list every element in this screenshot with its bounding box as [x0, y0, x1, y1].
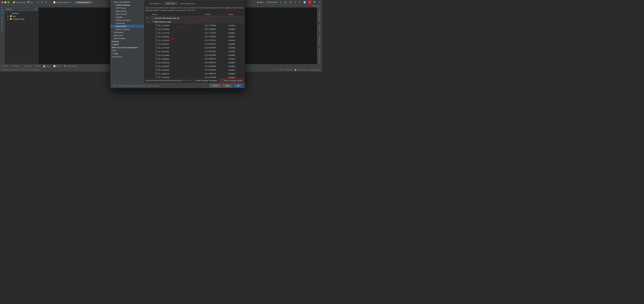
checkbox-icon[interactable] — [152, 17, 154, 19]
project-selector[interactable]: 📁 studyffmepg — [13, 1, 26, 3]
nav-item-build-execution[interactable]: Build, Execution, Deployment — [110, 46, 144, 49]
table-row[interactable]: 22.0.7026061 22.0.7026061 Installed — [145, 35, 244, 39]
logcat-btn[interactable]: 📋 Logcat — [43, 65, 51, 67]
run-btn[interactable]: ▶ — [280, 1, 283, 4]
table-row[interactable]: 21.1.6352462 21.1.6352462 Installed — [145, 50, 244, 53]
nav-item-system-settings[interactable]: ▼ System Settings — [110, 4, 144, 7]
checkbox-icon[interactable] — [156, 39, 158, 41]
tab-close-icon[interactable]: × — [90, 1, 91, 3]
app-node[interactable]: ▶ 📁 app — [5, 15, 38, 18]
nav-item-memory-settings[interactable]: Memory Settings — [110, 28, 144, 31]
table-row[interactable]: 23.1.7779620 23.1.7779620 Installed — [145, 24, 244, 27]
device-selector-btn[interactable]: No Devices ▾ — [266, 1, 279, 4]
build-btn[interactable]: 🔨 — [298, 1, 302, 4]
hide-obsolete-checkbox-container[interactable]: Hide Obsolete Packages — [194, 80, 217, 82]
problems-btn[interactable]: ⚠ Problems — [11, 65, 20, 67]
checkbox-icon[interactable] — [156, 73, 158, 75]
nav-item-codeglance[interactable]: CodeGlance — [110, 55, 144, 58]
nav-item-process-elevation[interactable]: Process Elevation — [110, 19, 144, 22]
table-row[interactable]: 16.1.4479499 16.1.4479499 Installed — [145, 76, 244, 78]
nav-item-date-formats[interactable]: Date Formats — [110, 13, 144, 16]
android-node[interactable]: ▼ 📱 Android ▾ — [5, 12, 38, 15]
nav-item-notifications[interactable]: Notifications — [110, 31, 144, 34]
app-inspection-btn[interactable]: 🔍 App Inspection — [64, 65, 77, 67]
minimize-button[interactable] — [4, 1, 6, 3]
checkbox-icon[interactable] — [156, 32, 158, 34]
emulator-tab[interactable]: Emulator — [318, 24, 321, 33]
sync-gradle-btn[interactable]: 🔄 — [302, 1, 307, 4]
resource-manager-tab[interactable]: Resource Manager — [0, 15, 4, 32]
debug-btn[interactable]: 🐛 — [284, 1, 288, 4]
indent-spaces[interactable]: 4 spaces — [286, 69, 292, 71]
sdk-table-container[interactable]: Name Version Status — [144, 13, 245, 78]
project-tab[interactable]: Project — [0, 8, 4, 15]
nav-item-data-sharing[interactable]: Data Sharing — [110, 10, 144, 13]
checkbox-icon[interactable] — [156, 35, 158, 38]
table-row[interactable]: ▼ NDK (Side by side) — [145, 20, 244, 24]
checkbox-icon[interactable] — [156, 43, 158, 45]
tab-close-icon[interactable]: × — [71, 1, 72, 3]
terminal-btn[interactable]: ⬛ Terminal — [22, 65, 31, 67]
checkbox-icon[interactable] — [156, 24, 158, 26]
nav-item-updates[interactable]: Updates — [110, 16, 144, 19]
show-package-details-checkbox-container[interactable]: Show Package Details — [220, 79, 244, 82]
checkbox-icon[interactable] — [156, 61, 158, 63]
table-row[interactable]: 20.0.5594570 20.0.5594570 Installed — [145, 61, 244, 64]
profiler-btn[interactable]: 📊 Profiler — [54, 65, 61, 67]
todo-btn[interactable]: ☑ TODO — [1, 65, 8, 67]
table-row[interactable]: 19.2.5345600 19.2.5345600 Installed — [145, 64, 244, 68]
checkbox-icon[interactable] — [156, 50, 158, 52]
table-row[interactable]: ▶ Android SDK Build-Tools 33 — [145, 16, 244, 20]
tab-activity-main[interactable]: 📄 activity_main.xml × — [52, 1, 74, 4]
table-row[interactable]: 22.1.7171670 22.1.7171670 Installed — [145, 31, 244, 35]
nav-item-menus-toolbars[interactable]: Menus and Toolbars — [110, 1, 144, 4]
tab-sdk-platforms[interactable]: SDK Platforms — [147, 2, 164, 5]
checkbox-icon[interactable] — [156, 69, 158, 71]
nav-item-kotlin[interactable]: Kotlin — [110, 49, 144, 52]
tab-mainactivity[interactable]: K MainActivity.kt × — [74, 1, 93, 4]
project-options-btn[interactable]: ⚙ — [35, 8, 37, 10]
checkbox-icon[interactable] — [156, 58, 158, 60]
help-icon[interactable]: ? — [113, 84, 116, 87]
tab-sdk-update-sites[interactable]: SDK Update Sites — [178, 2, 198, 5]
run-config-btn[interactable]: ▶ app ▾ — [256, 1, 265, 4]
checkbox-icon[interactable] — [156, 54, 158, 56]
checkbox-icon[interactable] — [156, 65, 158, 67]
cancel-button[interactable]: Cancel — [209, 84, 221, 88]
maximize-button[interactable] — [8, 1, 10, 3]
settings-btn[interactable]: ⚙ — [44, 1, 48, 4]
table-row[interactable]: 18.1.5063045 18.1.5063045 Installed — [145, 68, 244, 72]
stop-btn[interactable]: ■ — [294, 1, 297, 4]
help-btn[interactable]: ? — [318, 1, 321, 4]
table-row[interactable]: 21.3.6528147 21.3.6528147 Installed — [145, 42, 244, 46]
checkbox-icon[interactable] — [152, 21, 154, 23]
build-btn-bottom[interactable]: 🔨 Build — [34, 65, 40, 67]
tab-sdk-tools[interactable]: SDK Tools — [164, 2, 178, 5]
device-manager-tab[interactable]: Device Manager — [318, 8, 321, 23]
apply-button[interactable]: Apply — [222, 84, 233, 88]
encoding[interactable]: UTF-8 — [279, 69, 284, 71]
show-package-details-checkbox[interactable] — [221, 80, 223, 82]
nav-item-keymap[interactable]: Keymap — [110, 40, 144, 43]
checkbox-icon[interactable] — [156, 28, 158, 30]
minus-button[interactable]: − — [48, 1, 51, 4]
nav-item-path-variables[interactable]: Path Variables — [110, 37, 144, 40]
table-row[interactable]: 21.0.6113669 21.0.6113669 Installed — [145, 53, 244, 57]
notification-icon[interactable]: 🔔 — [294, 69, 296, 71]
nav-item-editor[interactable]: ▶ Editor — [110, 43, 144, 46]
checkbox-icon[interactable] — [156, 76, 158, 78]
hide-obsolete-checkbox[interactable] — [194, 80, 196, 82]
table-row[interactable]: 20.1.5948944 20.1.5948944 Installed — [145, 57, 244, 61]
close-button[interactable] — [1, 1, 3, 3]
layout-inspector-btn[interactable]: Layout Inspector — [308, 69, 321, 71]
nav-item-passwords[interactable]: Passwords — [110, 22, 144, 25]
table-row[interactable]: 21.4.7075529 21.4.7075529 Installed — [145, 39, 244, 42]
nav-item-android-sdk[interactable]: Android SDK — [110, 25, 144, 28]
nav-item-tools[interactable]: ▶ Tools — [110, 52, 144, 55]
module-selector[interactable]: 📦 app — [27, 1, 33, 3]
list-button[interactable]: ☰ — [40, 1, 44, 4]
sync-button[interactable]: ⟳ — [36, 1, 40, 4]
nav-item-quick-lists[interactable]: Quick Lists — [110, 34, 144, 37]
settings-gear-button[interactable]: ⚙ — [308, 0, 312, 5]
checkbox-icon[interactable] — [156, 47, 158, 49]
